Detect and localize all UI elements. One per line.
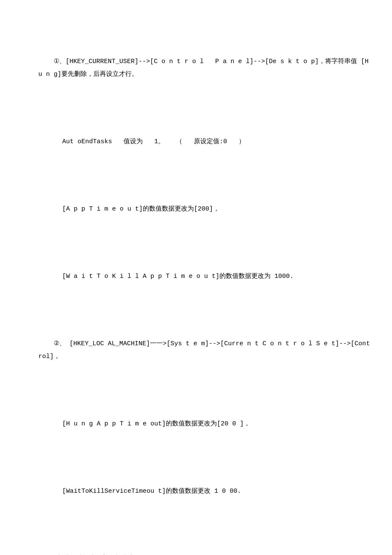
paragraph-p6: [H u n g A p p T i m e out]的数值数据更改为[20 0… [26,405,371,443]
text-p6: [H u n g A p p T i m e out]的数值数据更改为[20 0… [62,420,250,428]
paragraph-p2: Aut oEndTasks 值设为 1。 （ 原设定值:0 ） [26,123,371,161]
paragraph-p7: [WaitToKillServiceTimeou t]的数值数据更改 1 0 0… [26,472,371,511]
text-p2: Aut oEndTasks 值设为 1。 （ 原设定值:0 ） [62,138,245,145]
text-p7: [WaitToKillServiceTimeou t]的数值数据更改 1 0 0… [62,488,241,495]
paragraph-p3: [A p p T i m e o u t]的数值数据更改为[200]， [26,190,371,228]
paragraph-p4: [W a i t T o K i l l A p p T i m e o u t… [26,257,371,296]
text-p1: ①、[HKEY_CURRENT_USER]-->[C o n t r o l P… [38,58,372,78]
main-content: ①、[HKEY_CURRENT_USER]-->[C o n t r o l P… [26,17,371,555]
paragraph-p1: ①、[HKEY_CURRENT_USER]-->[C o n t r o l P… [26,43,371,94]
text-p4: [W a i t T o K i l l A p p T i m e o u t… [62,273,294,280]
paragraph-p8: （2）加快预读能力改善开机速度 [26,540,371,555]
text-p5: ②、 [HKEY_LOC AL_MACHINE]一一>[Sys t e m]--… [38,340,370,360]
paragraph-p5: ②、 [HKEY_LOC AL_MACHINE]一一>[Sys t e m]--… [26,325,371,376]
text-p3: [A p p T i m e o u t]的数值数据更改为[200]， [62,205,219,213]
